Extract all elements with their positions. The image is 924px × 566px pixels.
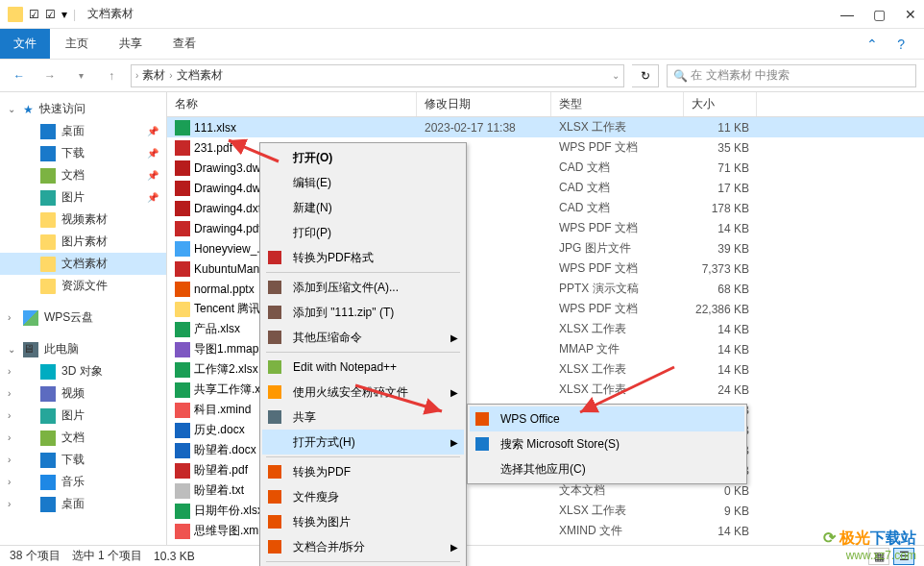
file-icon — [175, 382, 190, 398]
column-headers: 名称 修改日期 类型 大小 — [167, 92, 924, 117]
file-icon — [175, 483, 190, 499]
sidebar-item-音乐[interactable]: ›音乐 — [0, 471, 166, 493]
address-bar[interactable]: › 素材 › 文档素材 ⌄ — [131, 64, 624, 87]
folder-icon — [40, 257, 56, 272]
file-icon — [175, 221, 190, 236]
help-icon[interactable]: ? — [897, 37, 905, 52]
address-dropdown[interactable]: ⌄ — [612, 70, 620, 81]
menu-item[interactable]: 选择其他应用(C) — [470, 456, 744, 481]
menu-icon — [474, 410, 491, 428]
folder-icon — [8, 7, 23, 22]
forward-button[interactable]: → — [38, 64, 61, 87]
file-icon — [175, 181, 190, 196]
window-title: 文档素材 — [87, 6, 840, 22]
menu-item[interactable]: 转换为PDF格式 — [262, 245, 464, 270]
file-icon — [175, 362, 190, 378]
menu-icon — [266, 513, 283, 530]
menu-item[interactable]: 文档合并/拆分▶ — [262, 534, 464, 559]
menu-icon — [266, 304, 283, 321]
menu-icon — [266, 149, 283, 166]
history-dropdown[interactable]: ▾ — [69, 64, 92, 87]
menu-item[interactable]: 添加到 "111.zip" (T) — [262, 300, 464, 325]
tab-view[interactable]: 查看 — [158, 29, 211, 59]
qat-dropdown[interactable]: ▾ — [61, 8, 67, 21]
tab-share[interactable]: 共享 — [104, 29, 158, 59]
this-pc-header[interactable]: ⌄ 🖥 此电脑 — [0, 338, 166, 360]
search-input[interactable]: 🔍 在 文档素材 中搜索 — [667, 64, 916, 87]
menu-icon — [266, 329, 283, 346]
sidebar-item-3D 对象[interactable]: ›3D 对象 — [0, 360, 166, 382]
sidebar-item-图片[interactable]: 图片📌 — [0, 186, 166, 209]
menu-item[interactable]: Edit with Notepad++ — [262, 355, 464, 380]
navigation-toolbar: ← → ▾ ↑ › 素材 › 文档素材 ⌄ ↻ 🔍 在 文档素材 中搜索 — [0, 60, 924, 92]
folder-icon — [40, 168, 56, 184]
file-icon — [175, 282, 190, 297]
menu-item[interactable]: 使用火绒安全粉碎文件▶ — [262, 380, 464, 405]
menu-item[interactable]: 打印(P) — [262, 220, 464, 245]
ribbon-tabs: 文件 主页 共享 查看 ⌃ ? — [0, 29, 924, 60]
qat-check1[interactable]: ☑ — [29, 8, 39, 21]
sidebar-item-资源文件[interactable]: 资源文件 — [0, 275, 166, 297]
sidebar-item-文档素材[interactable]: 文档素材 — [0, 253, 166, 275]
menu-item[interactable]: 编辑(E) — [262, 170, 464, 195]
sidebar-item-图片[interactable]: ›图片 — [0, 405, 166, 427]
menu-item[interactable]: 文件瘦身 — [262, 484, 464, 509]
menu-item[interactable]: 共享 — [262, 405, 464, 430]
refresh-button[interactable]: ↻ — [632, 64, 659, 87]
menu-item[interactable]: 添加到压缩文件(A)... — [262, 275, 464, 300]
open-with-submenu: WPS Office搜索 Microsoft Store(S)选择其他应用(C) — [467, 404, 747, 484]
menu-item[interactable]: 新建(N) — [262, 195, 464, 220]
ribbon-collapse-icon[interactable]: ⌃ — [866, 37, 878, 52]
menu-item[interactable]: 打开方式(H)▶ — [262, 430, 464, 455]
quick-access-header[interactable]: ⌄ ★ 快速访问 — [0, 98, 166, 120]
maximize-button[interactable]: ▢ — [873, 7, 886, 22]
file-icon — [175, 463, 190, 479]
sidebar-item-下载[interactable]: ›下载 — [0, 449, 166, 471]
col-name[interactable]: 名称 — [167, 92, 417, 116]
breadcrumb[interactable]: 文档素材 — [173, 67, 227, 84]
sidebar-item-下载[interactable]: 下载📌 — [0, 142, 166, 164]
search-icon: 🔍 — [673, 69, 688, 83]
qat-check2[interactable]: ☑ — [45, 8, 56, 21]
menu-icon — [266, 538, 283, 555]
star-icon: ★ — [23, 103, 34, 116]
minimize-button[interactable]: — — [840, 7, 854, 22]
menu-icon — [266, 463, 283, 480]
menu-item[interactable]: 转换为图片 — [262, 509, 464, 534]
navigation-pane: ⌄ ★ 快速访问 桌面📌下载📌文档📌图片📌视频素材图片素材文档素材资源文件 › … — [0, 92, 167, 545]
file-icon — [175, 160, 190, 176]
watermark: ⟳ 极光下载站 www.xz7.com — [823, 529, 916, 562]
menu-icon — [266, 174, 283, 191]
menu-item[interactable]: 其他压缩命令▶ — [262, 325, 464, 350]
close-button[interactable]: ✕ — [905, 7, 916, 22]
col-date[interactable]: 修改日期 — [417, 92, 551, 116]
sidebar-item-桌面[interactable]: 桌面📌 — [0, 120, 166, 142]
breadcrumb[interactable]: 素材 — [138, 67, 169, 84]
menu-icon — [266, 358, 283, 376]
sidebar-item-视频素材[interactable]: 视频素材 — [0, 209, 166, 231]
back-button[interactable]: ← — [8, 64, 31, 87]
col-size[interactable]: 大小 — [684, 92, 757, 116]
sidebar-item-桌面[interactable]: ›桌面 — [0, 493, 166, 515]
menu-item[interactable]: 打开(O) — [262, 145, 464, 170]
sidebar-item-图片素材[interactable]: 图片素材 — [0, 231, 166, 253]
sidebar-item-视频[interactable]: ›视频 — [0, 382, 166, 405]
folder-icon — [40, 124, 56, 139]
tab-home[interactable]: 主页 — [50, 29, 104, 59]
sidebar-item-文档[interactable]: ›文档 — [0, 427, 166, 449]
file-icon — [175, 261, 190, 277]
menu-icon — [266, 383, 283, 401]
col-type[interactable]: 类型 — [551, 92, 684, 116]
menu-icon — [266, 408, 283, 426]
menu-item[interactable]: 搜索 Microsoft Store(S) — [470, 431, 744, 456]
menu-icon — [266, 249, 283, 266]
menu-item[interactable]: WPS Office — [470, 406, 744, 431]
up-button[interactable]: ↑ — [100, 64, 123, 87]
folder-icon — [40, 279, 56, 294]
menu-item[interactable]: 转换为PDF — [262, 459, 464, 484]
sidebar-item-文档[interactable]: 文档📌 — [0, 164, 166, 186]
wps-cloud[interactable]: › WPS云盘 — [0, 307, 166, 329]
file-row[interactable]: 111.xlsx 2023-02-17 11:38 XLSX 工作表 11 KB — [167, 117, 924, 137]
file-icon — [175, 403, 190, 418]
file-tab[interactable]: 文件 — [0, 29, 50, 59]
